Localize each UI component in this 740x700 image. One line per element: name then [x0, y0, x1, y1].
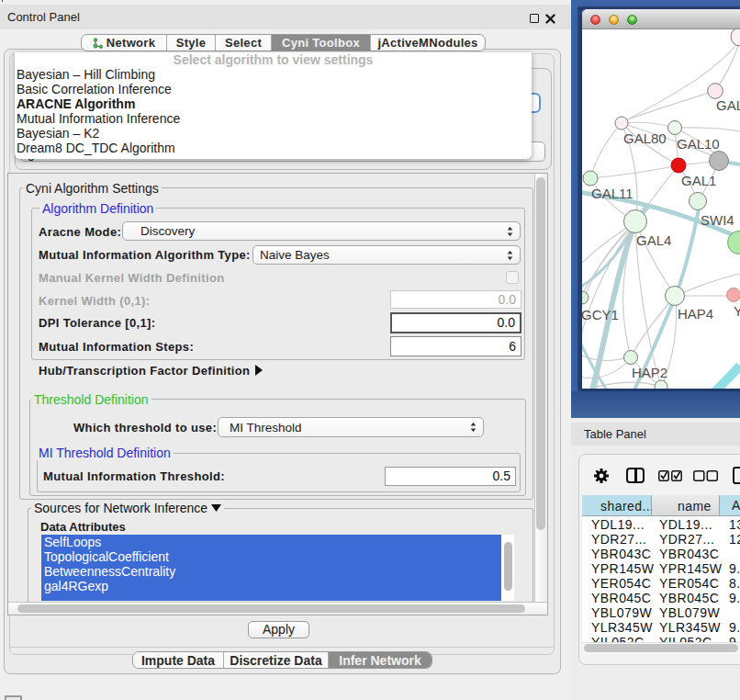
svg-text:HAP4: HAP4	[678, 306, 713, 322]
svg-text:GAL11: GAL11	[591, 186, 633, 201]
svg-text:GAL1: GAL1	[681, 173, 716, 188]
svg-text:GAL7: GAL7	[716, 97, 740, 113]
svg-text:GAL10: GAL10	[677, 136, 720, 152]
svg-text:GAL80: GAL80	[623, 130, 667, 146]
svg-text:SWI4: SWI4	[701, 212, 734, 228]
svg-text:GCY1: GCY1	[582, 307, 619, 322]
svg-text:HAP2: HAP2	[632, 365, 667, 380]
svg-text:GAL4: GAL4	[636, 232, 671, 248]
svg-text:Y: Y	[734, 303, 740, 319]
